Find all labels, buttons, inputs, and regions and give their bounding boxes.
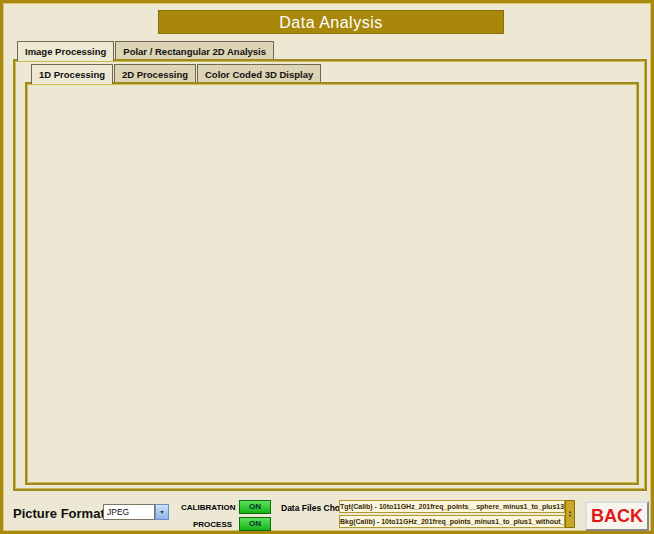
outer-tab-strip: Image Processing Polar / Rectangular 2D … (17, 41, 275, 61)
tab-2d-processing[interactable]: 2D Processing (114, 64, 196, 82)
data-analysis-window: Data Analysis Image Processing Polar / R… (0, 0, 654, 534)
inner-tab-strip: 1D Processing 2D Processing Color Coded … (31, 64, 322, 84)
page-title: Data Analysis (158, 10, 504, 34)
inner-tab-panel (25, 82, 639, 485)
calibration-label: CALIBRATION (181, 503, 236, 512)
tab-color-coded-3d-display[interactable]: Color Coded 3D Display (197, 64, 321, 82)
process-on-button[interactable]: ON (239, 517, 271, 531)
bkg-file-field[interactable]: Bkg(Calib) - 10to11GHz_201freq_points_mi… (339, 515, 565, 528)
tgt-file-field[interactable]: Tgt(Calib) - 10to11GHz_201freq_points__s… (339, 500, 565, 513)
process-label: PROCESS (193, 520, 232, 529)
picture-format-label: Picture Format (13, 506, 105, 521)
calibration-on-button[interactable]: ON (239, 500, 271, 514)
tab-polar-rectangular-2d-analysis[interactable]: Polar / Rectangular 2D Analysis (115, 41, 274, 59)
picture-format-dropdown-icon[interactable]: ▾ (155, 504, 169, 520)
file-list-spinner-icon[interactable]: ▲▼ (565, 500, 575, 528)
picture-format-dropdown[interactable]: JPEG (103, 504, 155, 520)
tab-image-processing[interactable]: Image Processing (17, 41, 114, 61)
back-button[interactable]: BACK (585, 501, 649, 531)
tab-1d-processing[interactable]: 1D Processing (31, 64, 113, 84)
